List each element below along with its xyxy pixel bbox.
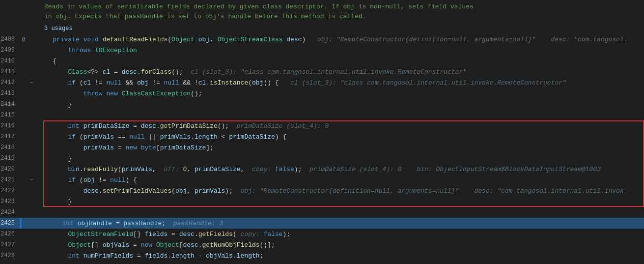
- line-content: if (obj != null) {: [35, 176, 644, 184]
- line-marker-empty: [20, 218, 22, 229]
- line-number: 2413: [0, 90, 20, 97]
- fold-indicator-minus[interactable]: −: [28, 80, 35, 86]
- line-number: 2427: [0, 241, 20, 248]
- editor: Reads in values of serializable fields d…: [0, 0, 644, 264]
- line-number: 2418: [0, 144, 20, 151]
- line-number: 2410: [0, 58, 20, 64]
- code-area: 2408 @ private void defaultReadFields(Ob…: [0, 34, 644, 264]
- line-number: 2415: [0, 112, 20, 118]
- line-number: 2421: [0, 176, 20, 183]
- line-content: int numPrimFields = fields.length - objV…: [35, 252, 644, 260]
- code-line-2428: 2428 int numPrimFields = fields.length -…: [0, 250, 644, 261]
- code-line-2426: 2426 ObjectStreamField[] fields = desc.g…: [0, 229, 644, 239]
- code-line-2411: 2411 Class<?> cl = desc.forClass(); cl (…: [0, 66, 644, 77]
- line-content: if (cl != null && obj != null && !cl.isI…: [35, 79, 644, 87]
- line-content: if (primVals == null || primVals.length …: [35, 133, 644, 141]
- line-content: throws IOException: [35, 47, 644, 54]
- line-content: throw new ClassCastException();: [35, 90, 644, 97]
- code-line-2414: 2414 }: [0, 99, 644, 110]
- line-number: 2412: [0, 79, 20, 86]
- code-line-2418: 2418 primVals = new byte[primDataSize];: [0, 142, 644, 153]
- line-number: 2425: [0, 220, 20, 227]
- code-line-2425: 2425 int objHandle = passHandle; passHan…: [0, 218, 644, 229]
- line-content: int objHandle = passHandle; passHandle: …: [29, 220, 644, 227]
- code-line-2422: 2422 desc.setPrimFieldValues(obj, primVa…: [0, 185, 644, 196]
- line-number: 2411: [0, 68, 20, 75]
- usages-count: 3 usages: [0, 23, 644, 34]
- doc-line-2: in obj. Expects that passHandle is set t…: [44, 12, 644, 22]
- line-content: }: [35, 101, 644, 108]
- line-content: Object[] objVals = new Object[desc.getNu…: [35, 241, 644, 249]
- code-line-2408: 2408 @ private void defaultReadFields(Ob…: [0, 34, 644, 45]
- line-number: 2422: [0, 187, 20, 194]
- code-line-2420: 2420 bin.readFully(primVals, off: 0, pri…: [0, 164, 644, 175]
- line-number: 2420: [0, 166, 20, 173]
- line-number: 2417: [0, 133, 20, 140]
- code-line-2417: 2417 if (primVals == null || primVals.le…: [0, 131, 644, 142]
- code-line-2409: 2409 throws IOException: [0, 45, 644, 56]
- line-content: [35, 112, 644, 119]
- line-number: 2408: [0, 36, 20, 43]
- line-content: ObjectStreamField[] fields = desc.getFie…: [35, 231, 644, 238]
- line-number: 2424: [0, 209, 20, 216]
- line-content: }: [35, 198, 644, 205]
- line-content: {: [35, 58, 644, 65]
- code-line-2410: 2410 {: [0, 56, 644, 66]
- annotation-marker: @: [20, 36, 28, 42]
- line-content: private void defaultReadFields(Object ob…: [35, 36, 644, 43]
- line-number: 2416: [0, 122, 20, 129]
- code-line-2413: 2413 throw new ClassCastException();: [0, 88, 644, 99]
- line-content: [35, 209, 644, 216]
- doc-comment: Reads in values of serializable fields d…: [0, 0, 644, 23]
- line-content: Class<?> cl = desc.forClass(); cl (slot_…: [35, 68, 644, 76]
- line-number: 2414: [0, 101, 20, 108]
- line-number: 2423: [0, 198, 20, 205]
- code-line-2427: 2427 Object[] objVals = new Object[desc.…: [0, 239, 644, 250]
- line-number: 2419: [0, 155, 20, 162]
- code-line-2412: 2412 − if (cl != null && obj != null && …: [0, 77, 644, 88]
- line-content: bin.readFully(primVals, off: 0, primData…: [35, 166, 644, 173]
- code-line-2415: 2415: [0, 110, 644, 120]
- code-line-2416: 2416 int primDataSize = desc.getPrimData…: [0, 120, 644, 131]
- line-content: desc.setPrimFieldValues(obj, primVals); …: [35, 187, 644, 195]
- doc-line-1: Reads in values of serializable fields d…: [44, 2, 644, 12]
- code-line-2421: 2421 − if (obj != null) {: [0, 175, 644, 185]
- line-content: primVals = new byte[primDataSize];: [35, 144, 644, 151]
- code-line-2419: 2419 }: [0, 153, 644, 164]
- line-number: 2428: [0, 252, 20, 259]
- line-number: 2409: [0, 47, 20, 54]
- line-number: 2426: [0, 231, 20, 237]
- code-line-2423: 2423 }: [0, 196, 644, 207]
- fold-indicator-minus[interactable]: −: [28, 177, 35, 183]
- line-content: int primDataSize = desc.getPrimDataSize(…: [35, 122, 644, 130]
- code-line-2424: 2424: [0, 207, 644, 218]
- line-content: }: [35, 155, 644, 162]
